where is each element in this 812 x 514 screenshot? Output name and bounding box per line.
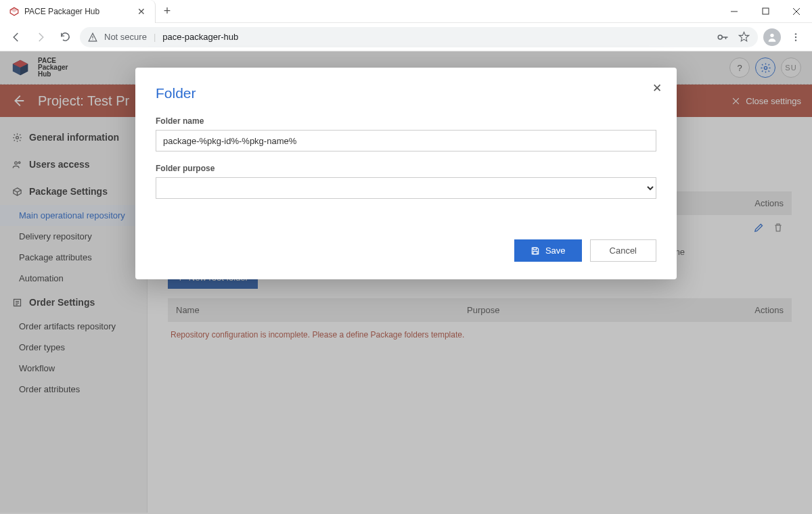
save-icon [531, 246, 540, 256]
browser-tab[interactable]: PACE Packager Hub ✕ [0, 0, 156, 23]
svg-point-7 [92, 39, 93, 39]
svg-marker-1 [10, 7, 18, 12]
reload-icon[interactable] [55, 28, 74, 47]
minimize-icon[interactable] [719, 0, 750, 22]
svg-rect-33 [533, 251, 537, 254]
cancel-button[interactable]: Cancel [590, 239, 656, 262]
folder-purpose-select[interactable] [156, 177, 656, 199]
forward-icon[interactable] [31, 28, 50, 47]
dialog-close-icon[interactable]: ✕ [652, 81, 662, 95]
address-bar[interactable]: Not secure | pace-packager-hub [80, 27, 758, 47]
close-window-icon[interactable] [781, 0, 812, 22]
tab-close-icon[interactable]: ✕ [137, 6, 145, 17]
back-icon[interactable] [7, 28, 26, 47]
folder-name-input[interactable] [156, 130, 656, 151]
button-label: Save [545, 246, 566, 256]
save-button[interactable]: Save [514, 239, 582, 262]
svg-point-12 [795, 33, 796, 34]
tab-favicon [9, 7, 19, 16]
window-titlebar: PACE Packager Hub ✕ + [0, 0, 812, 23]
svg-point-14 [795, 39, 796, 41]
maximize-icon[interactable] [750, 0, 781, 22]
profile-avatar-icon[interactable] [763, 28, 781, 46]
svg-point-11 [770, 33, 773, 37]
new-tab-button[interactable]: + [156, 0, 179, 22]
browser-toolbar: Not secure | pace-packager-hub [0, 23, 812, 51]
folder-purpose-label: Folder purpose [156, 164, 656, 173]
svg-point-13 [795, 36, 796, 37]
tab-title: PACE Packager Hub [24, 7, 99, 16]
url-text: pace-packager-hub [162, 32, 238, 42]
not-secure-icon [88, 32, 97, 42]
svg-rect-3 [763, 8, 769, 14]
svg-rect-32 [533, 248, 537, 250]
not-secure-label: Not secure [104, 32, 147, 42]
svg-point-8 [718, 35, 722, 39]
star-icon[interactable] [738, 31, 750, 43]
key-icon[interactable] [717, 31, 729, 43]
kebab-menu-icon[interactable] [786, 28, 805, 47]
dialog-title: Folder [156, 85, 656, 101]
window-controls [719, 0, 812, 22]
folder-name-label: Folder name [156, 116, 656, 126]
folder-dialog: ✕ Folder Folder name Folder purpose Save… [135, 68, 677, 279]
